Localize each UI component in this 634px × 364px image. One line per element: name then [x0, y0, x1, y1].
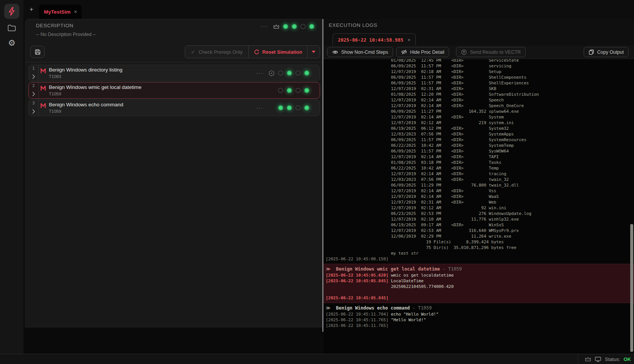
show-non-cmd-label: Show Non-Cmd Steps: [341, 50, 388, 55]
module-m-icon: [40, 85, 46, 91]
log-line: my test str: [326, 250, 634, 256]
tab-title: MyTestSim: [44, 9, 70, 15]
status-dot-off: [295, 105, 301, 110]
log-line: 12/07/2019 02:53 AM 316,640 WMSysPr9.prx: [326, 228, 634, 233]
crown-icon: [585, 356, 591, 362]
simulation-panel: DESCRIPTION ··· -- No Description Provid…: [25, 19, 322, 328]
step-row[interactable]: 2 Benign Windows wmic get local datetime…: [28, 82, 320, 99]
log-output[interactable]: 01/08/2025 12:45 PM <DIR> ServiceState 0…: [323, 59, 634, 354]
log-step-technique: - T1059: [410, 305, 432, 311]
send-results-to-vectr-button[interactable]: Send Results to VECTR: [456, 47, 526, 57]
log-scrollbar-thumb[interactable]: [630, 224, 633, 352]
reset-simulation-label: Reset Simulation: [262, 49, 302, 55]
log-line: 06/09/2025 11:57 PM <DIR> ShellComponent…: [326, 75, 634, 80]
step-row[interactable]: 1 Benign Windows directory listing T1083…: [28, 65, 320, 81]
log-run-timestamp: 2025-06-22 10:44:58.985: [338, 37, 403, 43]
step-title: Benign Windows wmic get local datetime: [49, 84, 142, 90]
eye-off-icon: [401, 50, 407, 54]
log-line: 01/08/2025 03:18 PM <DIR> Tasks: [326, 160, 634, 165]
log-line: 01/08/2025 12:45 PM <DIR> ServiceState: [326, 59, 634, 63]
log-line: 12/07/2019 02:14 AM <DIR> Vss: [326, 188, 634, 194]
step-index-column: 1: [29, 65, 39, 81]
step-row[interactable]: 3 Benign Windows echo command T1059 ···: [28, 100, 320, 116]
upload-circle-icon: [461, 49, 467, 55]
app-logo-button[interactable]: [4, 4, 19, 19]
status-bar-right: Status: OK: [578, 354, 631, 364]
hide-proc-label: Hide Proc Detail: [410, 50, 444, 55]
reset-simulation-button[interactable]: Reset Simulation: [249, 46, 307, 58]
description-text: -- No Description Provided --: [36, 32, 96, 37]
simulation-status-dots: [283, 24, 314, 29]
log-toolbar: Show Non-Cmd Steps Hide Proc Detail Send…: [323, 45, 634, 59]
status-dot-off: [295, 88, 301, 93]
step-index-column: 3: [29, 100, 39, 116]
step-technique-id: T1059: [49, 109, 61, 114]
step-status-dots: [278, 88, 309, 93]
log-section: 01/08/2025 12:45 PM <DIR> ServiceState 0…: [326, 59, 634, 262]
chevron-right-icon[interactable]: [32, 92, 35, 96]
chevron-right-icon[interactable]: [32, 74, 35, 79]
overflow-menu-icon[interactable]: ···: [261, 23, 268, 29]
chevron-right-icon[interactable]: [32, 109, 35, 114]
status-label: Status:: [605, 356, 620, 362]
divider: [25, 62, 322, 62]
step-technique-id: T1083: [49, 74, 61, 79]
log-line: 12/07/2019 02:12 AM 219 system.ini: [326, 120, 634, 126]
log-line: 12/07/2019 02:14 AM <DIR> TAPI: [326, 154, 634, 160]
log-line: 12/07/2019 02:14 AM <DIR> tracing: [326, 171, 634, 177]
save-button[interactable]: [30, 46, 45, 58]
gear-icon: ⚙: [8, 39, 16, 47]
log-line: [2025-06-22 10:45:11.765] "Hello World!": [326, 317, 634, 323]
log-line: 75 Dir(s) 35,010,871,296 bytes free: [326, 245, 634, 250]
hide-proc-detail-button[interactable]: Hide Proc Detail: [396, 47, 449, 57]
log-run-tab[interactable]: 2025-06-22 10:44:58.985 ×: [333, 33, 416, 46]
tab-mytestsim[interactable]: MyTestSim ×: [39, 5, 82, 19]
new-tab-button[interactable]: +: [27, 5, 36, 14]
close-icon[interactable]: ×: [74, 9, 77, 15]
step-status-cluster: ···: [256, 65, 309, 81]
step-list: 1 Benign Windows directory listing T1083…: [28, 65, 320, 116]
log-line: 12/07/2019 02:10 AM 11,776 winhlp32.exe: [326, 216, 634, 222]
check-prereqs-button[interactable]: ✓ Check Prereqs Only: [185, 46, 248, 58]
copy-icon: [589, 49, 594, 55]
log-line: 06/19/2025 06:12 PM <DIR> System32: [326, 126, 634, 131]
log-line: 12/07/2019 02:14 AM <DIR> WaaS: [326, 194, 634, 199]
show-non-cmd-steps-button[interactable]: Show Non-Cmd Steps: [327, 47, 393, 57]
step-number: 2: [32, 83, 34, 88]
log-line: 06/09/2025 11:29 PM 76,800 twain_32.dll: [326, 182, 634, 188]
sidebar-item-files[interactable]: [6, 23, 17, 33]
log-step-technique: - T1059: [440, 266, 462, 272]
overflow-menu-icon[interactable]: ···: [256, 70, 264, 76]
log-line: 06/09/2025 11:57 PM <DIR> ShellExperienc…: [326, 80, 634, 86]
status-dot-on: [287, 105, 292, 110]
overflow-menu-icon[interactable]: ···: [256, 105, 264, 111]
step-number: 3: [32, 101, 34, 105]
log-line: 12/07/2019 02:31 AM <DIR> SKB: [326, 86, 634, 92]
status-dot-on: [292, 24, 297, 29]
refresh-icon: [254, 49, 259, 55]
log-section: ≫ Benign Windows wmic get local datetime…: [323, 264, 634, 303]
step-title: Benign Windows echo command: [49, 102, 123, 107]
status-dot-off: [295, 70, 301, 76]
log-section: ≫ Benign Windows echo command - T1059[20…: [326, 305, 634, 328]
reset-options-dropdown[interactable]: [307, 46, 320, 58]
send-vectr-label: Send Results to VECTR: [470, 50, 521, 55]
log-line: [2025-06-22 10:45:11.765]: [326, 323, 634, 328]
status-dot-on: [304, 70, 309, 76]
status-dot-off: [278, 70, 283, 76]
copy-output-button[interactable]: Copy Output: [584, 47, 629, 57]
sidebar-item-settings[interactable]: ⚙: [6, 38, 17, 48]
chevron-down-icon: [312, 51, 315, 53]
status-dot-on: [309, 24, 314, 29]
step-status-cluster: ···: [256, 100, 309, 116]
close-icon[interactable]: ×: [408, 37, 411, 43]
log-line: 06/09/2025 11:57 PM <DIR> servicing: [326, 63, 634, 69]
log-line: [2025-06-22 10:45:00.150]: [326, 256, 634, 262]
status-dot-on: [304, 105, 309, 110]
chevrons-right-icon: ≫: [326, 266, 336, 272]
step-title: Benign Windows directory listing: [49, 67, 122, 73]
status-dot-on: [278, 105, 283, 110]
log-line: 12/07/2019 02:18 AM <DIR> Setup: [326, 69, 634, 75]
chevrons-right-icon: ≫: [326, 305, 336, 311]
log-line: 06/22/2025 10:42 AM <DIR> Temp: [326, 165, 634, 171]
